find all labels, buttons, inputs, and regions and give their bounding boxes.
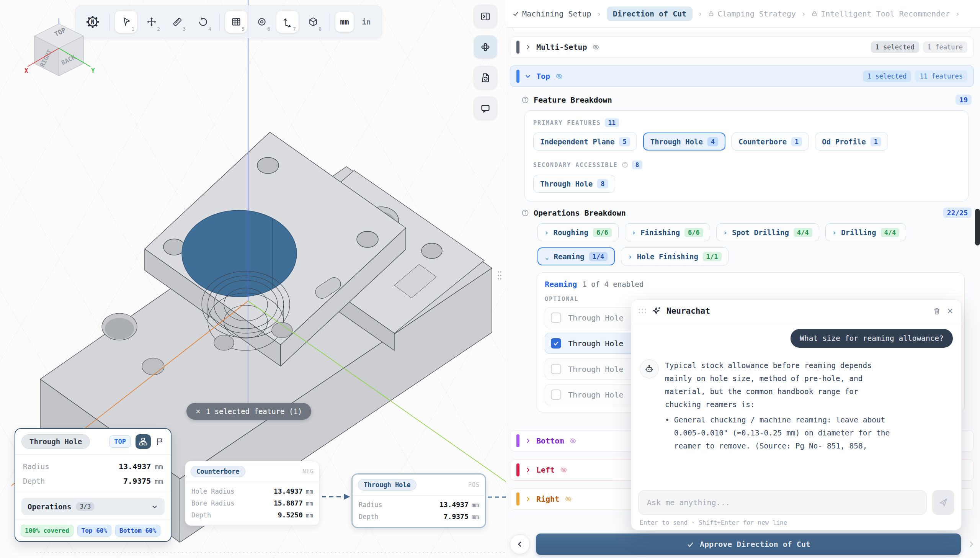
chat-input[interactable] — [638, 490, 927, 515]
rotate-tool-button[interactable]: 4 — [192, 11, 214, 33]
checkbox[interactable] — [551, 389, 561, 400]
select-tool-button[interactable]: 1 — [115, 11, 137, 33]
breadcrumb-separator: › — [801, 9, 806, 18]
eye-off-icon[interactable] — [569, 437, 577, 445]
toolbar-divider — [109, 13, 110, 30]
eye-off-icon[interactable] — [560, 466, 568, 474]
op-chip-finishing[interactable]: ›Finishing6/6 — [625, 223, 710, 241]
clear-selection-icon[interactable]: × — [196, 407, 201, 416]
measure-tool-button[interactable]: 3 — [166, 11, 188, 33]
counterbore-card[interactable]: CounterboreNEG Hole Radius13.4937mm Bore… — [185, 461, 320, 526]
setup-row-multi-setup[interactable]: Multi-Setup 1 selected1 feature — [510, 36, 974, 58]
selected-through-hole[interactable] — [182, 210, 297, 297]
checkbox[interactable] — [551, 364, 561, 374]
back-button[interactable] — [510, 534, 530, 554]
top-coverage-badge: Top 60% — [77, 525, 111, 537]
operations-count-badge: 3/3 — [76, 502, 95, 511]
op-chip-drilling[interactable]: ›Drilling4/4 — [825, 223, 906, 241]
selected-feature-card: Through Hole TOP Radius13.4937mm Depth7.… — [15, 428, 172, 542]
accent-bar — [516, 434, 519, 447]
row-label: Right — [536, 494, 559, 504]
feature-view-chip[interactable]: TOP — [109, 435, 131, 448]
panel-footer: Approve Direction of Cut — [506, 530, 980, 558]
bot-message: Typical stock allowance before reaming d… — [640, 359, 953, 452]
operations-collapse[interactable]: Operations 3/3 — [21, 498, 165, 515]
feature-tree-button[interactable] — [136, 434, 151, 449]
unit-mm-button[interactable]: mm — [335, 12, 354, 32]
eye-off-icon[interactable] — [564, 495, 572, 503]
scrollbar-thumb[interactable] — [975, 209, 980, 246]
view-cube[interactable]: TOP RIGHT BACK X Y — [24, 18, 100, 82]
chip-od-profile[interactable]: Od Profile1 — [815, 133, 888, 151]
unit-in-button[interactable]: in — [357, 12, 376, 32]
chat-messages[interactable]: What size for reaming allowance? Typical… — [631, 322, 961, 452]
flag-button[interactable] — [155, 437, 165, 446]
axes-tool-button[interactable]: 7 — [276, 11, 299, 33]
grid-icon — [230, 16, 242, 28]
chip-counterbore[interactable]: Counterbore1 — [731, 133, 809, 151]
bore-radius-row: Bore Radius15.8877mm — [191, 497, 313, 509]
through-hole-chip[interactable]: Through Hole — [358, 479, 417, 491]
org-tree-icon — [139, 437, 148, 446]
selection-pill[interactable]: × 1 selected feature (1) — [187, 403, 311, 420]
breadcrumb-machining-setup[interactable]: Machining Setup — [512, 9, 591, 18]
chevron-down-icon[interactable] — [524, 73, 531, 80]
eye-off-icon[interactable] — [592, 43, 600, 51]
chevron-down-icon — [151, 503, 159, 510]
neurachat-panel: Neurachat What size for reaming allowanc… — [631, 299, 962, 530]
op-chip-reaming[interactable]: ⌄Reaming1/4 — [537, 248, 615, 266]
viewport-side-buttons — [474, 5, 497, 120]
close-icon[interactable] — [946, 307, 954, 315]
lock-icon — [708, 10, 714, 17]
send-button[interactable] — [932, 490, 954, 515]
collapse-panel-button[interactable] — [474, 5, 497, 28]
eye-off-icon[interactable] — [555, 72, 563, 80]
breadcrumb-tool-recommender[interactable]: Intelligent Tool Recommender — [811, 9, 950, 18]
selected-count-badge: 1 selected — [863, 71, 911, 82]
breadcrumb-clamping-strategy[interactable]: Clamping Strategy — [708, 9, 796, 18]
checkbox[interactable] — [551, 312, 561, 323]
breadcrumb-direction-of-cut[interactable]: Direction of Cut — [607, 7, 693, 21]
components-button[interactable] — [474, 35, 497, 59]
paper-plane-icon — [938, 497, 948, 507]
isolate-tool-button[interactable]: 8 — [302, 11, 324, 33]
depth-row: Depth7.9375mm — [359, 510, 479, 522]
robot-icon — [644, 364, 654, 374]
chip-through-hole[interactable]: Through Hole4 — [643, 133, 726, 151]
viewport-3d[interactable]: N 1 2 3 4 5 6 7 — [0, 0, 506, 558]
setup-row-top[interactable]: Top 1 selected11 features — [510, 66, 974, 87]
axis-x-label: X — [25, 67, 28, 74]
chevron-right-icon[interactable] — [524, 437, 531, 444]
counterbore-chip[interactable]: Counterbore — [191, 466, 245, 477]
info-icon[interactable] — [521, 96, 529, 104]
next-button[interactable] — [967, 540, 975, 548]
op-chip-roughing[interactable]: ›Roughing6/6 — [537, 223, 618, 241]
row-label: Bottom — [536, 436, 564, 445]
panel-resize-handle[interactable] — [497, 271, 502, 280]
checkbox-checked[interactable] — [551, 338, 561, 348]
chevron-right-icon[interactable] — [524, 466, 531, 473]
info-icon[interactable] — [622, 162, 628, 168]
bottom-coverage-badge: Bottom 60% — [115, 525, 160, 537]
trash-icon[interactable] — [933, 307, 941, 315]
chat-button[interactable] — [474, 97, 497, 120]
chevron-right-icon[interactable] — [524, 496, 531, 502]
op-chip-hole-finishing[interactable]: ›Hole Finishing1/1 — [621, 248, 728, 266]
primary-features-label: PRIMARY FEATURES11 — [533, 118, 960, 127]
chip-through-hole-secondary[interactable]: Through Hole8 — [533, 175, 615, 193]
drag-dots-icon[interactable] — [638, 308, 646, 314]
report-button[interactable] — [474, 66, 497, 90]
approve-direction-button[interactable]: Approve Direction of Cut — [536, 533, 961, 555]
through-hole-pos-card[interactable]: Through HolePOS Radius13.4937mm Depth7.9… — [352, 473, 486, 528]
move-tool-button[interactable]: 2 — [141, 11, 163, 33]
focus-tool-button[interactable]: 6 — [251, 11, 273, 33]
sparkle-icon — [651, 306, 661, 316]
chevron-right-icon[interactable] — [524, 44, 531, 51]
row-label: Multi-Setup — [536, 43, 587, 52]
row-label: Left — [536, 465, 555, 474]
grid-tool-button[interactable]: 5 — [225, 11, 247, 33]
info-icon[interactable] — [521, 209, 529, 217]
op-chip-spot-drilling[interactable]: ›Spot Drilling4/4 — [716, 223, 819, 241]
chip-independent-plane[interactable]: Independent Plane5 — [533, 133, 637, 151]
feature-type-chip[interactable]: Through Hole — [21, 434, 90, 449]
